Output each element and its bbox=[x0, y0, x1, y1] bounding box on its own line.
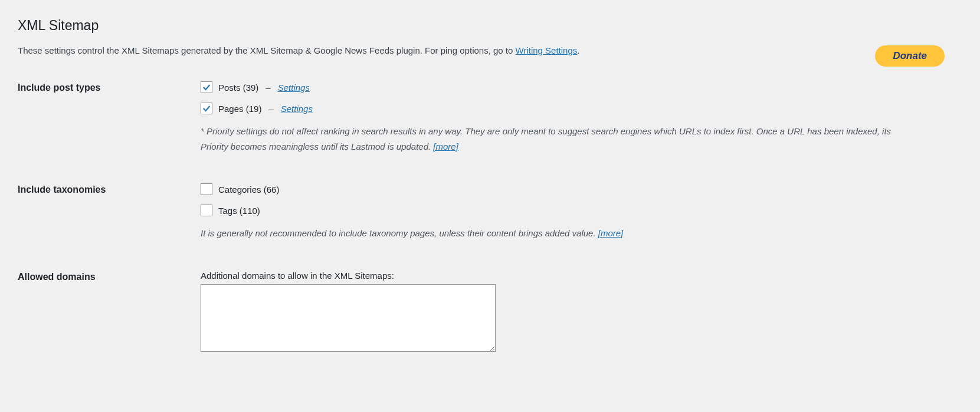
separator: – bbox=[268, 104, 273, 114]
writing-settings-link[interactable]: Writing Settings bbox=[516, 45, 578, 55]
post-types-note-text: * Priority settings do not affect rankin… bbox=[201, 126, 891, 151]
section-label-post-types: Include post types bbox=[18, 81, 201, 93]
checkbox-line-categories: Categories (66) bbox=[201, 183, 962, 195]
field-taxonomies: Categories (66) Tags (110) It is general… bbox=[201, 183, 962, 241]
taxonomies-note: It is generally not recommended to inclu… bbox=[201, 226, 897, 241]
settings-form: Include post types Posts (39) – Settings… bbox=[18, 81, 962, 354]
intro-suffix: . bbox=[577, 45, 579, 55]
checkmark-icon bbox=[202, 83, 211, 92]
row-allowed-domains: Allowed domains Additional domains to al… bbox=[18, 271, 962, 354]
row-include-post-types: Include post types Posts (39) – Settings… bbox=[18, 81, 962, 154]
tags-label: Tags (110) bbox=[218, 206, 260, 216]
donate-button[interactable]: Donate bbox=[875, 45, 945, 67]
row-include-taxonomies: Include taxonomies Categories (66) Tags … bbox=[18, 183, 962, 241]
checkbox-line-pages: Pages (19) – Settings bbox=[201, 103, 962, 114]
taxonomies-more-link[interactable]: [more] bbox=[598, 228, 624, 238]
tags-checkbox[interactable] bbox=[201, 205, 212, 216]
posts-settings-link[interactable]: Settings bbox=[278, 83, 310, 93]
intro-row: These settings control the XML Sitemaps … bbox=[18, 45, 962, 67]
field-domains: Additional domains to allow in the XML S… bbox=[201, 271, 962, 354]
pages-settings-link[interactable]: Settings bbox=[281, 104, 313, 114]
section-label-taxonomies: Include taxonomies bbox=[18, 183, 201, 195]
posts-checkbox[interactable] bbox=[201, 81, 212, 93]
pages-label: Pages (19) bbox=[218, 104, 261, 114]
post-types-note: * Priority settings do not affect rankin… bbox=[201, 124, 897, 154]
taxonomies-note-text: It is generally not recommended to inclu… bbox=[201, 228, 598, 238]
post-types-more-link[interactable]: [more] bbox=[433, 141, 458, 151]
allowed-domains-textarea[interactable] bbox=[201, 284, 496, 352]
intro-text: These settings control the XML Sitemaps … bbox=[18, 45, 851, 55]
intro-prefix: These settings control the XML Sitemaps … bbox=[18, 45, 516, 55]
checkbox-line-tags: Tags (110) bbox=[201, 205, 962, 216]
separator: – bbox=[266, 83, 270, 93]
checkbox-line-posts: Posts (39) – Settings bbox=[201, 81, 962, 93]
categories-label: Categories (66) bbox=[218, 184, 279, 195]
checkmark-icon bbox=[202, 104, 211, 113]
field-post-types: Posts (39) – Settings Pages (19) – Setti… bbox=[201, 81, 962, 154]
section-label-domains: Allowed domains bbox=[18, 271, 201, 282]
categories-checkbox[interactable] bbox=[201, 183, 212, 195]
posts-label: Posts (39) bbox=[218, 83, 258, 93]
page-title: XML Sitemap bbox=[18, 18, 962, 34]
pages-checkbox[interactable] bbox=[201, 103, 212, 114]
domains-field-label: Additional domains to allow in the XML S… bbox=[201, 271, 962, 281]
